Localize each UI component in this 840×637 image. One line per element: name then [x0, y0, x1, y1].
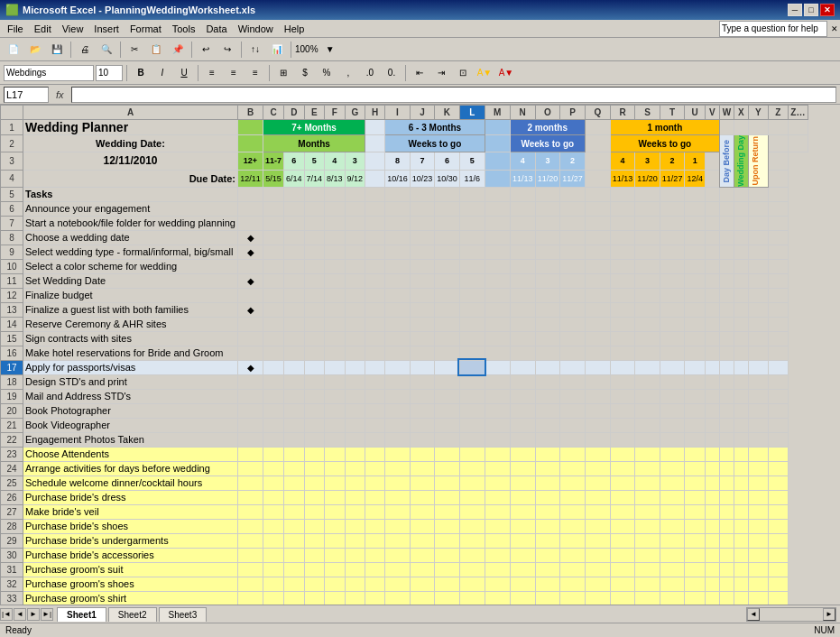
cell-s5[interactable] [635, 187, 660, 201]
col-header-w[interactable]: W [719, 106, 734, 120]
cell-q2[interactable] [585, 135, 610, 152]
sheet-tab-1[interactable]: Sheet1 [57, 607, 106, 622]
cell-s3[interactable]: 3 [635, 152, 660, 170]
sort-asc-button[interactable]: ↑↓ [245, 41, 265, 59]
scroll-left-btn[interactable]: ◄ [747, 608, 760, 621]
menu-edit[interactable]: Edit [29, 22, 57, 36]
align-right-button[interactable]: ≡ [245, 64, 265, 82]
cell-m5[interactable] [485, 187, 510, 201]
col-header-y[interactable]: Y [748, 106, 768, 120]
cell-a1[interactable]: Wedding Planner [23, 120, 238, 135]
cell-d5[interactable] [284, 187, 305, 201]
cell-g5[interactable] [345, 187, 365, 201]
col-header-g[interactable]: G [345, 106, 365, 120]
col-header-z[interactable]: Z [768, 106, 788, 120]
cell-r3[interactable]: 4 [610, 152, 635, 170]
col-header-e[interactable]: E [304, 106, 325, 120]
cell-a3[interactable]: 12/11/2010 [23, 152, 238, 170]
cell-z1[interactable] [788, 120, 808, 135]
col-header-a[interactable]: A [23, 106, 238, 120]
decrease-indent-button[interactable]: ⇤ [410, 64, 429, 82]
cell-k3[interactable]: 6 [435, 152, 460, 170]
cell-f5[interactable] [325, 187, 346, 201]
font-name-input[interactable]: Webdings [4, 65, 94, 81]
menu-window[interactable]: Window [233, 22, 279, 36]
align-center-button[interactable]: ≡ [224, 64, 244, 82]
cell-z4[interactable] [768, 170, 788, 187]
col-header-p[interactable]: P [560, 106, 586, 120]
cell-i4[interactable]: 10/16 [385, 170, 411, 187]
cell-e4[interactable]: 7/14 [304, 170, 325, 187]
cell-a4[interactable]: Due Date: [23, 170, 238, 187]
col-header-f[interactable]: F [325, 106, 346, 120]
cell-p4[interactable]: 11/27 [560, 170, 586, 187]
cell-h4[interactable] [365, 170, 385, 187]
cell-n3[interactable]: 4 [510, 152, 535, 170]
merge-button[interactable]: ⊞ [273, 64, 293, 82]
cell-o5[interactable] [535, 187, 560, 201]
cell-m4[interactable] [485, 170, 510, 187]
cell-j5[interactable] [410, 187, 435, 201]
col-header-k[interactable]: K [435, 106, 460, 120]
col-header-s[interactable]: S [635, 106, 660, 120]
decrease-decimal-button[interactable]: 0. [382, 64, 402, 82]
cell-b3[interactable]: 12+ [238, 152, 263, 170]
chart-button[interactable]: 📊 [267, 41, 287, 59]
cut-button[interactable]: ✂ [125, 41, 144, 59]
fill-color-button[interactable]: A▼ [475, 64, 494, 82]
cell-h5[interactable] [365, 187, 385, 201]
col-header-l[interactable]: L [459, 106, 485, 120]
cell-q1[interactable] [585, 120, 610, 135]
cell-h3[interactable] [365, 152, 385, 170]
cell-d3[interactable]: 6 [284, 152, 305, 170]
cell-r5[interactable] [610, 187, 635, 201]
print-button[interactable]: 🖨 [75, 41, 95, 59]
col-header-v[interactable]: V [705, 106, 719, 120]
bold-button[interactable]: B [131, 64, 151, 82]
sheet-nav-prev[interactable]: ◄ [14, 608, 26, 621]
cell-a6[interactable]: Announce your engagement [23, 201, 238, 216]
cell-q3[interactable] [585, 152, 610, 170]
menu-view[interactable]: View [57, 22, 89, 36]
selected-cell-l17[interactable] [459, 360, 485, 374]
col-header-aa[interactable]: Z… [788, 106, 808, 120]
cell-z3[interactable] [768, 152, 788, 170]
cell-u4[interactable]: 12/4 [685, 170, 706, 187]
cell-e5[interactable] [304, 187, 325, 201]
copy-button[interactable]: 📋 [146, 41, 166, 59]
zoom-dropdown[interactable]: ▼ [320, 41, 340, 59]
cell-v5[interactable] [705, 187, 719, 201]
sheet-tab-2[interactable]: Sheet2 [108, 607, 157, 622]
col-header-n[interactable]: N [510, 106, 535, 120]
cell-b6[interactable] [238, 201, 263, 216]
sheet-nav-first[interactable]: |◄ [0, 608, 13, 621]
maximize-button[interactable]: □ [804, 4, 818, 16]
cell-l4[interactable]: 11/6 [459, 170, 485, 187]
cell-c3[interactable]: 11-7 [263, 152, 284, 170]
cell-y3[interactable] [705, 152, 719, 170]
menu-data[interactable]: Data [200, 22, 232, 36]
cell-u5[interactable] [685, 187, 706, 201]
save-button[interactable]: 💾 [47, 41, 67, 59]
cell-z5[interactable] [768, 187, 788, 201]
italic-button[interactable]: I [152, 64, 172, 82]
col-header-t[interactable]: T [660, 106, 685, 120]
cell-m1[interactable] [485, 120, 510, 135]
scroll-right-btn[interactable]: ► [823, 608, 835, 621]
cell-j3[interactable]: 7 [410, 152, 435, 170]
close-button[interactable]: ✕ [820, 4, 835, 16]
font-color-button[interactable]: A▼ [496, 64, 516, 82]
cell-u3[interactable]: 1 [685, 152, 706, 170]
cell-a5[interactable]: Tasks [23, 187, 238, 201]
col-header-d[interactable]: D [284, 106, 305, 120]
cell-b2[interactable] [238, 135, 263, 152]
cell-g3[interactable]: 3 [345, 152, 365, 170]
spreadsheet-area[interactable]: A B C D E F G H I J K L M N O P Q R S T [0, 105, 840, 605]
cell-g4[interactable]: 9/12 [345, 170, 365, 187]
cell-y2[interactable] [768, 135, 788, 152]
cell-reference-box[interactable]: L17 [4, 87, 49, 103]
cell-p3[interactable]: 2 [560, 152, 586, 170]
cell-z2[interactable] [788, 135, 808, 152]
cell-k5[interactable] [435, 187, 460, 201]
cell-m3[interactable] [485, 152, 510, 170]
